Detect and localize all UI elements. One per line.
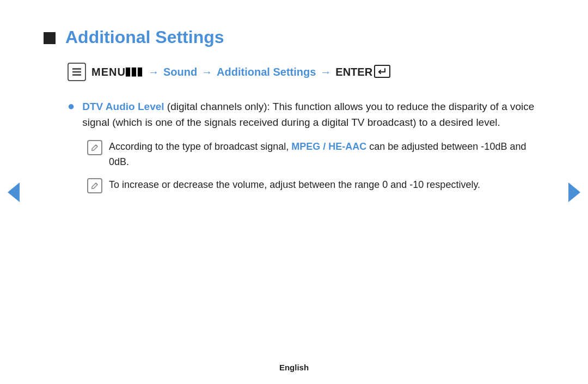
enter-label: ENTER	[335, 66, 372, 78]
breadcrumb: MENU ▊▊▊ → Sound → Additional Settings →…	[68, 63, 544, 81]
nav-arrow-right[interactable]	[568, 182, 580, 202]
additional-settings-link: Additional Settings	[217, 66, 316, 78]
page-container: Additional Settings MENU ▊▊▊ → Sound → A…	[0, 0, 588, 384]
content-area: ● DTV Audio Level (digital channels only…	[68, 99, 544, 193]
note-icon-1	[87, 140, 102, 155]
menu-bars-icon: ▊▊▊	[126, 68, 144, 76]
section-heading: Additional Settings	[44, 27, 544, 47]
note-text-2: To increase or decrease the volume, adju…	[109, 178, 480, 193]
arrow-3: →	[320, 66, 331, 78]
note-item-2: To increase or decrease the volume, adju…	[87, 178, 544, 193]
sound-link: Sound	[163, 66, 197, 78]
svg-rect-1	[72, 71, 81, 73]
note-icon-2	[87, 178, 102, 193]
footer-language: English	[279, 363, 309, 372]
bullet-dot: ●	[68, 99, 75, 113]
mpeg-hac-label: MPEG / HE-AAC	[291, 141, 366, 152]
dtv-audio-level-label: DTV Audio Level	[82, 101, 164, 112]
note-text-1: According to the type of broadcast signa…	[109, 139, 544, 170]
menu-icon	[68, 63, 86, 81]
note-1-before: According to the type of broadcast signa…	[109, 141, 291, 152]
nav-arrow-left[interactable]	[8, 182, 20, 202]
bullet-item-dtv: ● DTV Audio Level (digital channels only…	[68, 99, 544, 131]
svg-rect-2	[72, 74, 81, 76]
section-title: Additional Settings	[65, 27, 224, 47]
bullet-text-dtv: DTV Audio Level (digital channels only):…	[82, 99, 544, 131]
arrow-2: →	[201, 66, 212, 78]
svg-rect-0	[72, 68, 81, 70]
section-square-icon	[44, 32, 56, 44]
note-item-1: According to the type of broadcast signa…	[87, 139, 544, 170]
arrow-1: →	[148, 66, 159, 78]
menu-label: MENU	[91, 66, 126, 78]
enter-icon	[374, 65, 390, 78]
